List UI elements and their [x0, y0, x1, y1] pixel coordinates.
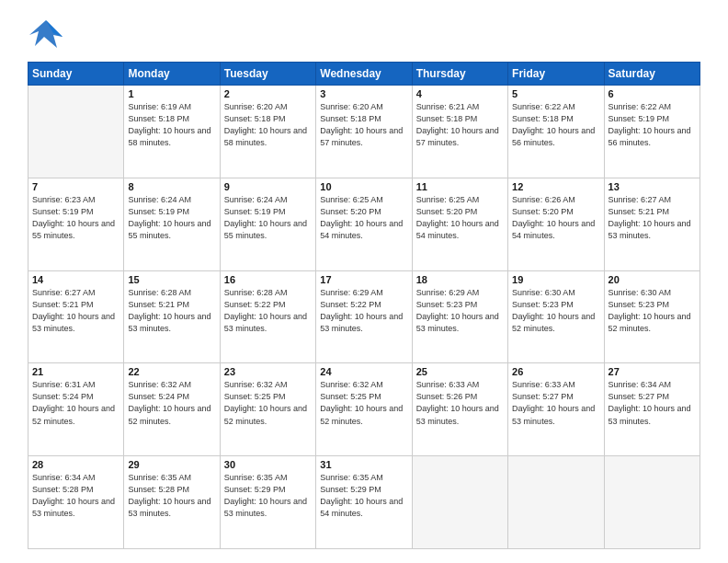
day-number: 31	[320, 459, 407, 470]
day-info: Sunrise: 6:31 AMSunset: 5:24 PMDaylight:…	[32, 379, 119, 427]
day-info: Sunrise: 6:22 AMSunset: 5:19 PMDaylight:…	[609, 101, 696, 149]
day-number: 28	[32, 459, 119, 470]
day-info: Sunrise: 6:19 AMSunset: 5:18 PMDaylight:…	[128, 101, 215, 149]
day-number: 11	[416, 181, 504, 192]
calendar-week-2: 7Sunrise: 6:23 AMSunset: 5:19 PMDaylight…	[28, 178, 700, 270]
logo	[28, 18, 68, 51]
day-number: 26	[512, 366, 599, 377]
calendar-cell: 8Sunrise: 6:24 AMSunset: 5:19 PMDaylight…	[124, 178, 220, 270]
day-number: 19	[512, 274, 599, 285]
day-number: 2	[224, 88, 312, 99]
calendar-cell	[604, 456, 700, 549]
calendar-week-5: 28Sunrise: 6:34 AMSunset: 5:28 PMDayligh…	[28, 456, 700, 549]
day-info: Sunrise: 6:34 AMSunset: 5:27 PMDaylight:…	[609, 379, 696, 427]
calendar-cell: 4Sunrise: 6:21 AMSunset: 5:18 PMDaylight…	[412, 86, 507, 178]
day-number: 12	[512, 181, 599, 192]
calendar-cell: 22Sunrise: 6:32 AMSunset: 5:24 PMDayligh…	[124, 363, 220, 456]
calendar-cell: 26Sunrise: 6:33 AMSunset: 5:27 PMDayligh…	[508, 363, 604, 456]
day-number: 15	[128, 274, 215, 285]
day-info: Sunrise: 6:32 AMSunset: 5:24 PMDaylight:…	[128, 379, 215, 427]
calendar-header-sunday: Sunday	[28, 63, 124, 86]
calendar-cell: 31Sunrise: 6:35 AMSunset: 5:29 PMDayligh…	[316, 456, 412, 549]
calendar-cell: 12Sunrise: 6:26 AMSunset: 5:20 PMDayligh…	[508, 178, 604, 270]
day-info: Sunrise: 6:29 AMSunset: 5:23 PMDaylight:…	[416, 287, 504, 335]
calendar-cell: 7Sunrise: 6:23 AMSunset: 5:19 PMDaylight…	[28, 178, 124, 270]
day-info: Sunrise: 6:32 AMSunset: 5:25 PMDaylight:…	[224, 379, 312, 427]
day-info: Sunrise: 6:20 AMSunset: 5:18 PMDaylight:…	[224, 101, 312, 149]
day-info: Sunrise: 6:26 AMSunset: 5:20 PMDaylight:…	[512, 194, 599, 242]
calendar-week-4: 21Sunrise: 6:31 AMSunset: 5:24 PMDayligh…	[28, 363, 700, 456]
calendar-cell	[508, 456, 604, 549]
day-info: Sunrise: 6:21 AMSunset: 5:18 PMDaylight:…	[416, 101, 504, 149]
calendar-header-friday: Friday	[508, 63, 604, 86]
calendar-cell: 13Sunrise: 6:27 AMSunset: 5:21 PMDayligh…	[604, 178, 700, 270]
calendar-week-3: 14Sunrise: 6:27 AMSunset: 5:21 PMDayligh…	[28, 270, 700, 363]
day-info: Sunrise: 6:33 AMSunset: 5:27 PMDaylight:…	[512, 379, 599, 427]
calendar-cell: 3Sunrise: 6:20 AMSunset: 5:18 PMDaylight…	[316, 86, 412, 178]
calendar-cell: 11Sunrise: 6:25 AMSunset: 5:20 PMDayligh…	[412, 178, 507, 270]
calendar-cell: 2Sunrise: 6:20 AMSunset: 5:18 PMDaylight…	[220, 86, 315, 178]
day-info: Sunrise: 6:24 AMSunset: 5:19 PMDaylight:…	[224, 194, 312, 242]
day-number: 13	[609, 181, 696, 192]
calendar-cell: 19Sunrise: 6:30 AMSunset: 5:23 PMDayligh…	[508, 270, 604, 363]
day-info: Sunrise: 6:35 AMSunset: 5:29 PMDaylight:…	[320, 472, 407, 520]
calendar-cell: 27Sunrise: 6:34 AMSunset: 5:27 PMDayligh…	[604, 363, 700, 456]
calendar-header-row: SundayMondayTuesdayWednesdayThursdayFrid…	[28, 63, 700, 86]
calendar-cell	[28, 86, 124, 178]
day-number: 20	[609, 274, 696, 285]
day-info: Sunrise: 6:33 AMSunset: 5:26 PMDaylight:…	[416, 379, 504, 427]
day-number: 23	[224, 366, 312, 377]
day-info: Sunrise: 6:35 AMSunset: 5:28 PMDaylight:…	[128, 472, 215, 520]
day-number: 5	[512, 88, 599, 99]
calendar-table: SundayMondayTuesdayWednesdayThursdayFrid…	[28, 62, 700, 549]
calendar-header-monday: Monday	[124, 63, 220, 86]
calendar-cell: 21Sunrise: 6:31 AMSunset: 5:24 PMDayligh…	[28, 363, 124, 456]
day-info: Sunrise: 6:20 AMSunset: 5:18 PMDaylight:…	[320, 101, 407, 149]
day-number: 27	[609, 366, 696, 377]
day-number: 17	[320, 274, 407, 285]
calendar-header-thursday: Thursday	[412, 63, 507, 86]
calendar-header-wednesday: Wednesday	[316, 63, 412, 86]
day-number: 8	[128, 181, 215, 192]
calendar-cell: 15Sunrise: 6:28 AMSunset: 5:21 PMDayligh…	[124, 270, 220, 363]
day-number: 22	[128, 366, 215, 377]
day-number: 24	[320, 366, 407, 377]
calendar-cell: 9Sunrise: 6:24 AMSunset: 5:19 PMDaylight…	[220, 178, 315, 270]
day-number: 7	[32, 181, 119, 192]
calendar-cell: 30Sunrise: 6:35 AMSunset: 5:29 PMDayligh…	[220, 456, 315, 549]
day-number: 14	[32, 274, 119, 285]
calendar-cell: 17Sunrise: 6:29 AMSunset: 5:22 PMDayligh…	[316, 270, 412, 363]
header	[28, 18, 700, 51]
calendar-cell: 14Sunrise: 6:27 AMSunset: 5:21 PMDayligh…	[28, 270, 124, 363]
calendar-cell: 5Sunrise: 6:22 AMSunset: 5:18 PMDaylight…	[508, 86, 604, 178]
day-number: 1	[128, 88, 215, 99]
calendar-cell: 23Sunrise: 6:32 AMSunset: 5:25 PMDayligh…	[220, 363, 315, 456]
calendar-cell: 6Sunrise: 6:22 AMSunset: 5:19 PMDaylight…	[604, 86, 700, 178]
day-number: 16	[224, 274, 312, 285]
day-info: Sunrise: 6:25 AMSunset: 5:20 PMDaylight:…	[320, 194, 407, 242]
calendar-week-1: 1Sunrise: 6:19 AMSunset: 5:18 PMDaylight…	[28, 86, 700, 178]
day-info: Sunrise: 6:34 AMSunset: 5:28 PMDaylight:…	[32, 472, 119, 520]
day-info: Sunrise: 6:30 AMSunset: 5:23 PMDaylight:…	[609, 287, 696, 335]
page: SundayMondayTuesdayWednesdayThursdayFrid…	[0, 0, 728, 563]
day-number: 18	[416, 274, 504, 285]
day-number: 3	[320, 88, 407, 99]
day-number: 4	[416, 88, 504, 99]
calendar-cell: 1Sunrise: 6:19 AMSunset: 5:18 PMDaylight…	[124, 86, 220, 178]
day-number: 10	[320, 181, 407, 192]
day-info: Sunrise: 6:29 AMSunset: 5:22 PMDaylight:…	[320, 287, 407, 335]
logo-icon	[28, 18, 64, 51]
day-info: Sunrise: 6:27 AMSunset: 5:21 PMDaylight:…	[32, 287, 119, 335]
day-info: Sunrise: 6:28 AMSunset: 5:21 PMDaylight:…	[128, 287, 215, 335]
calendar-cell: 28Sunrise: 6:34 AMSunset: 5:28 PMDayligh…	[28, 456, 124, 549]
calendar-header-saturday: Saturday	[604, 63, 700, 86]
calendar-cell: 16Sunrise: 6:28 AMSunset: 5:22 PMDayligh…	[220, 270, 315, 363]
calendar-cell: 29Sunrise: 6:35 AMSunset: 5:28 PMDayligh…	[124, 456, 220, 549]
day-info: Sunrise: 6:23 AMSunset: 5:19 PMDaylight:…	[32, 194, 119, 242]
day-info: Sunrise: 6:35 AMSunset: 5:29 PMDaylight:…	[224, 472, 312, 520]
day-info: Sunrise: 6:24 AMSunset: 5:19 PMDaylight:…	[128, 194, 215, 242]
calendar-header-tuesday: Tuesday	[220, 63, 315, 86]
calendar-cell: 10Sunrise: 6:25 AMSunset: 5:20 PMDayligh…	[316, 178, 412, 270]
day-info: Sunrise: 6:30 AMSunset: 5:23 PMDaylight:…	[512, 287, 599, 335]
calendar-cell: 20Sunrise: 6:30 AMSunset: 5:23 PMDayligh…	[604, 270, 700, 363]
